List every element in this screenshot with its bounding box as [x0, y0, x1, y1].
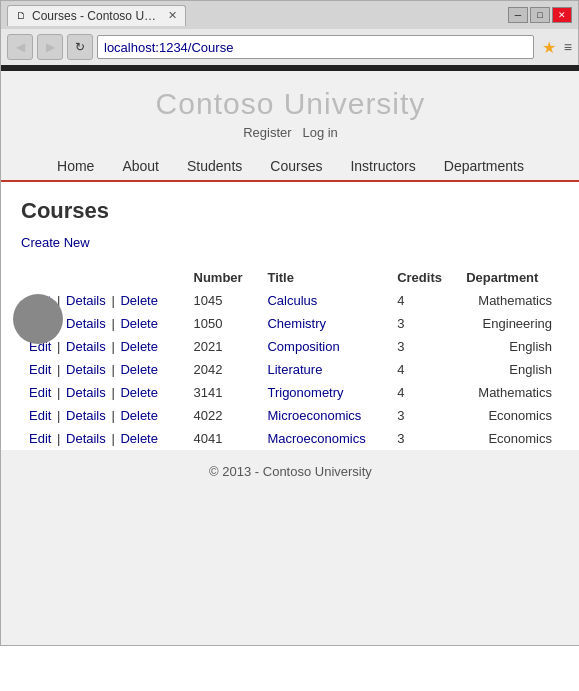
tab-favicon: 🗋 — [16, 10, 26, 21]
tab-close-button[interactable]: ✕ — [168, 9, 177, 22]
nav-courses[interactable]: Courses — [256, 152, 336, 180]
nav-students[interactable]: Students — [173, 152, 256, 180]
credits-cell: 3 — [389, 427, 458, 450]
details-link-4[interactable]: Details — [66, 385, 106, 400]
window-controls: ─ □ ✕ — [508, 7, 572, 23]
action-cell: Edit | Details | Delete — [21, 427, 186, 450]
delete-link-3[interactable]: Delete — [120, 362, 158, 377]
department-cell: English — [458, 335, 560, 358]
nav-about[interactable]: About — [108, 152, 173, 180]
col-action-header — [21, 266, 186, 289]
delete-link-2[interactable]: Delete — [120, 339, 158, 354]
forward-button[interactable]: ▶ — [37, 34, 63, 60]
create-new-link[interactable]: Create New — [21, 235, 90, 250]
col-number-header: Number — [186, 266, 260, 289]
credits-cell: 4 — [389, 289, 458, 312]
course-title-link-5[interactable]: Microeconomics — [267, 408, 361, 423]
department-cell: Economics — [458, 404, 560, 427]
number-cell: 2021 — [186, 335, 260, 358]
address-bar[interactable] — [97, 35, 534, 59]
delete-link-6[interactable]: Delete — [120, 431, 158, 446]
course-title-link-1[interactable]: Chemistry — [267, 316, 326, 331]
footer: © 2013 - Contoso University — [1, 450, 579, 493]
course-title-link-4[interactable]: Trigonometry — [267, 385, 343, 400]
table-row: Edit | Details | Delete3141Trigonometry4… — [21, 381, 560, 404]
title-cell: Macroeconomics — [259, 427, 389, 450]
favorite-icon[interactable]: ★ — [542, 38, 556, 57]
nav-menu: Home About Students Courses Instructors … — [1, 146, 579, 182]
details-link-1[interactable]: Details — [66, 316, 106, 331]
number-cell: 4041 — [186, 427, 260, 450]
course-title-link-6[interactable]: Macroeconomics — [267, 431, 365, 446]
number-cell: 1045 — [186, 289, 260, 312]
title-cell: Calculus — [259, 289, 389, 312]
nav-departments[interactable]: Departments — [430, 152, 538, 180]
site-title: Contoso University — [1, 87, 579, 121]
credits-cell: 3 — [389, 312, 458, 335]
credits-cell: 4 — [389, 381, 458, 404]
number-cell: 2042 — [186, 358, 260, 381]
delete-link-5[interactable]: Delete — [120, 408, 158, 423]
department-cell: Mathematics — [458, 381, 560, 404]
nav-home[interactable]: Home — [43, 152, 108, 180]
credits-cell: 3 — [389, 404, 458, 427]
table-row: Edit | Details | Delete4041Macroeconomic… — [21, 427, 560, 450]
address-bar-row: ◀ ▶ ↻ ★ ≡ — [1, 29, 578, 65]
details-link-5[interactable]: Details — [66, 408, 106, 423]
login-link[interactable]: Log in — [302, 125, 337, 140]
details-link-2[interactable]: Details — [66, 339, 106, 354]
edit-link-5[interactable]: Edit — [29, 408, 51, 423]
course-title-link-0[interactable]: Calculus — [267, 293, 317, 308]
title-cell: Microeconomics — [259, 404, 389, 427]
number-cell: 4022 — [186, 404, 260, 427]
action-cell: Edit | Details | Delete — [21, 358, 186, 381]
minimize-button[interactable]: ─ — [508, 7, 528, 23]
col-credits-header: Credits — [389, 266, 458, 289]
back-button[interactable]: ◀ — [7, 34, 33, 60]
department-cell: Engineering — [458, 312, 560, 335]
credits-cell: 4 — [389, 358, 458, 381]
action-cell: Edit | Details | Delete — [21, 404, 186, 427]
title-bar: 🗋 Courses - Contoso Univers... ✕ ─ □ ✕ — [1, 1, 578, 29]
col-title-header: Title — [259, 266, 389, 289]
close-button[interactable]: ✕ — [552, 7, 572, 23]
details-link-6[interactable]: Details — [66, 431, 106, 446]
edit-link-3[interactable]: Edit — [29, 362, 51, 377]
number-cell: 3141 — [186, 381, 260, 404]
auth-links: Register Log in — [1, 125, 579, 140]
credits-cell: 3 — [389, 335, 458, 358]
page-content: Contoso University Register Log in Home … — [1, 65, 579, 645]
col-department-header: Department — [458, 266, 560, 289]
maximize-button[interactable]: □ — [530, 7, 550, 23]
course-title-link-3[interactable]: Literature — [267, 362, 322, 377]
delete-link-4[interactable]: Delete — [120, 385, 158, 400]
register-link[interactable]: Register — [243, 125, 291, 140]
tab-title: Courses - Contoso Univers... — [32, 9, 162, 23]
browser-menu-icon[interactable]: ≡ — [564, 39, 572, 55]
edit-link-6[interactable]: Edit — [29, 431, 51, 446]
main-area: Courses Create New Number Title Credits … — [1, 182, 579, 450]
title-cell: Composition — [259, 335, 389, 358]
page-heading: Courses — [21, 198, 560, 224]
title-cell: Chemistry — [259, 312, 389, 335]
number-cell: 1050 — [186, 312, 260, 335]
department-cell: Economics — [458, 427, 560, 450]
delete-link-0[interactable]: Delete — [120, 293, 158, 308]
nav-instructors[interactable]: Instructors — [336, 152, 429, 180]
address-input[interactable] — [104, 40, 527, 55]
action-cell: Edit | Details | Delete — [21, 381, 186, 404]
table-row: Edit | Details | Delete1045Calculus4Math… — [21, 289, 560, 312]
logo-circle — [13, 294, 63, 344]
details-link-3[interactable]: Details — [66, 362, 106, 377]
course-title-link-2[interactable]: Composition — [267, 339, 339, 354]
delete-link-1[interactable]: Delete — [120, 316, 158, 331]
department-cell: English — [458, 358, 560, 381]
table-row: Edit | Details | Delete4022Microeconomic… — [21, 404, 560, 427]
refresh-button[interactable]: ↻ — [67, 34, 93, 60]
details-link-0[interactable]: Details — [66, 293, 106, 308]
site-header: Contoso University Register Log in — [1, 71, 579, 146]
title-cell: Literature — [259, 358, 389, 381]
title-cell: Trigonometry — [259, 381, 389, 404]
edit-link-4[interactable]: Edit — [29, 385, 51, 400]
browser-tab[interactable]: 🗋 Courses - Contoso Univers... ✕ — [7, 5, 186, 26]
